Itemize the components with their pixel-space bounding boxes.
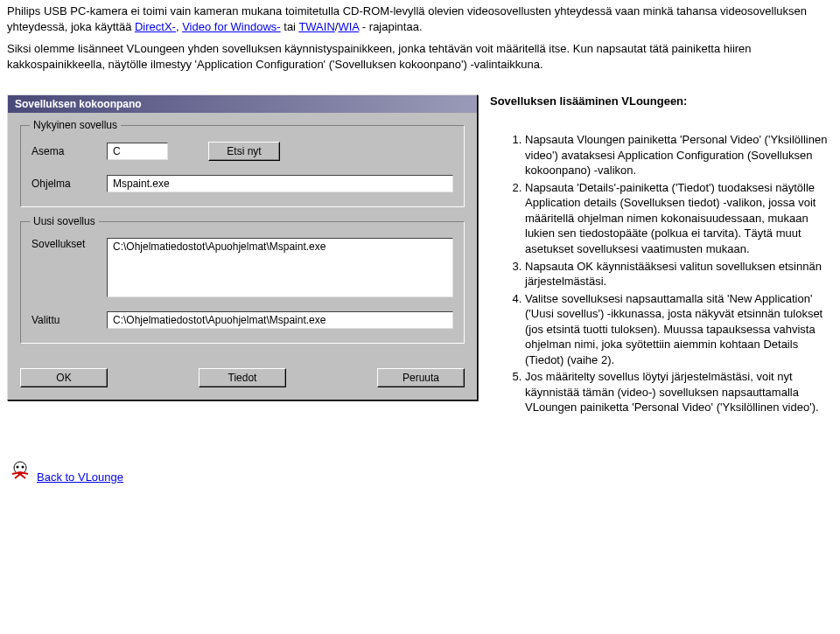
cancel-button[interactable]: Peruuta [377,368,465,387]
find-now-button[interactable]: Etsi nyt [208,142,280,161]
program-input[interactable] [107,175,453,192]
wia-link[interactable]: WIA [338,20,359,33]
selected-input[interactable] [107,311,453,329]
back-to-vlounge-link[interactable]: Back to VLounge [37,470,123,484]
dialog-titlebar: Sovelluksen kokoonpano [8,95,477,113]
app-config-dialog: Sovelluksen kokoonpano Nykyinen sovellus… [7,94,478,401]
drive-label: Asema [32,145,107,157]
list-item: Napsauta OK käynnistääksesi valitun sove… [525,259,828,289]
intro-paragraph-2: Siksi olemme lisänneet VLoungeen yhden s… [7,41,833,72]
directx-link[interactable]: DirectX- [135,20,176,33]
list-item: Napsauta Vloungen painiketta 'Personal V… [525,132,828,178]
applications-label: Sovellukset [32,238,107,250]
list-item: Valitse sovelluksesi napsauttamalla sitä… [525,291,828,368]
intro-paragraph-1: Philips USB PC-kamera ei toimi vain kame… [7,3,833,34]
program-label: Ohjelma [32,178,107,190]
list-item: Jos määritelty sovellus löytyi järjestel… [525,369,828,415]
applications-listbox[interactable]: C:\Ohjelmatiedostot\Apuohjelmat\Mspaint.… [107,238,453,297]
current-app-legend: Nykyinen sovellus [30,119,121,131]
ok-button[interactable]: OK [20,368,108,387]
instructions-heading: Sovelluksen lisääminen VLoungeen: [490,94,828,108]
back-cartoon-icon [7,457,33,484]
dialog-title: Sovelluksen kokoonpano [15,98,142,110]
instructions-list: Napsauta Vloungen painiketta 'Personal V… [490,132,828,415]
details-button[interactable]: Tiedot [199,368,286,387]
intro-text-post: - rajapintaa. [359,20,422,33]
selected-label: Valittu [32,314,107,326]
vfw-link[interactable]: Video for Windows- [182,20,280,33]
new-app-legend: Uusi sovellus [30,215,99,227]
list-item: Napsauta 'Details'-painiketta ('Tiedot')… [525,180,828,257]
list-item[interactable]: C:\Ohjelmatiedostot\Apuohjelmat\Mspaint.… [113,240,447,253]
twain-link[interactable]: TWAIN [298,20,334,33]
svg-point-1 [17,466,19,469]
svg-point-2 [22,466,24,469]
drive-input[interactable] [107,143,168,160]
new-app-group: Uusi sovellus Sovellukset C:\Ohjelmatied… [20,221,465,344]
current-app-group: Nykyinen sovellus Asema Etsi nyt Ohjelma [20,125,465,207]
intro-sep-2: tai [281,20,299,33]
